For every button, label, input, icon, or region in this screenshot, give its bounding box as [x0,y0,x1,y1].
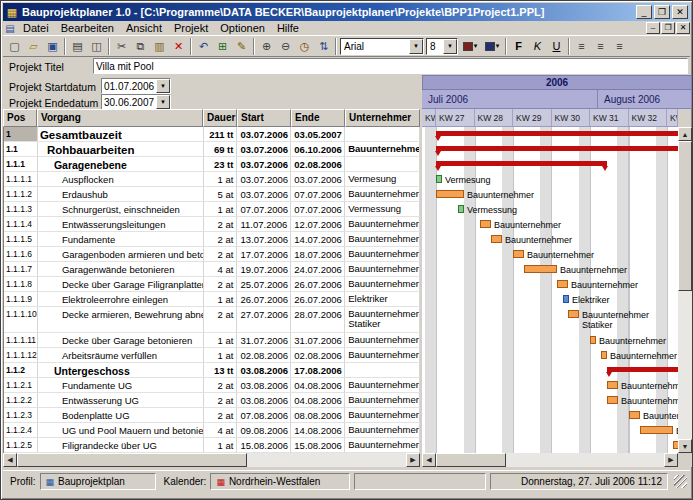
table-row-1.1.1.5[interactable]: 1.1.1.5Fundamente2 at13.07.200614.07.200… [4,232,420,247]
table-row-1.1.1.1[interactable]: 1.1.1.1Auspflocken1 at03.07.200603.07.20… [4,172,420,187]
table-row-1.1.1.2[interactable]: 1.1.1.2Erdaushub5 at03.07.200607.07.2006… [4,187,420,202]
print-preview-button[interactable]: ◫ [87,37,106,56]
mdi-minimize-button[interactable]: – [646,22,660,34]
project-title-input[interactable] [94,61,687,72]
task-bar-1.1.1.11[interactable] [590,336,596,344]
save-button[interactable]: ▣ [43,37,62,56]
table-row-1.1.2.5[interactable]: 1.1.2.5Filigrandecke über UG1 at15.08.20… [4,438,420,453]
undo-button[interactable]: ↶ [194,37,213,56]
task-bar-1.1.1.4[interactable] [480,220,491,228]
table-row-1.1.1.3[interactable]: 1.1.1.3Schnurgerüst, einschneiden1 at07.… [4,202,420,217]
task-bar-1.1.1.12[interactable] [601,351,607,359]
insert-task-button[interactable]: ⊞ [213,37,232,56]
menu-ansicht[interactable]: Ansicht [120,21,168,35]
table-row-1.1.1.4[interactable]: 1.1.1.4Entwässerungsleitungen2 at11.07.2… [4,217,420,232]
scroll-right-button[interactable]: ▶ [406,453,420,467]
chevron-down-icon[interactable]: ▼ [156,95,170,109]
scroll-down-button[interactable]: ▼ [678,439,692,453]
italic-button[interactable]: K [528,37,547,56]
zoom-out-button[interactable]: ⊖ [276,37,295,56]
delete-button[interactable]: ✕ [169,37,188,56]
table-row-1.1.2.1[interactable]: 1.1.2.1Fundamente UG2 at03.08.200604.08.… [4,378,420,393]
table-row-1[interactable]: 1Gesamtbauzeit211 tt03.07.200603.05.2007 [4,127,420,142]
task-bar-1.1.1.5[interactable] [491,235,502,243]
copy-button[interactable]: ⧉ [131,37,150,56]
highlight-color-button[interactable]: ▾ [481,37,503,55]
table-row-1.1[interactable]: 1.1Rohbauarbeiten69 tt03.07.200606.10.20… [4,142,420,157]
table-horizontal-scrollbar[interactable]: ◀ ▶ [3,453,420,467]
table-row-1.1.2[interactable]: 1.1.2Untergeschoss13 tt03.08.200617.08.2… [4,363,420,378]
table-row-1.1.1[interactable]: 1.1.1Garagenebene23 tt03.07.200602.08.20… [4,157,420,172]
table-row-1.1.1.12[interactable]: 1.1.1.12Arbeitsräume verfüllen1 at02.08.… [4,348,420,363]
table-row-1.1.1.6[interactable]: 1.1.1.6Garagenboden armieren und betonie… [4,247,420,262]
task-bar-1.1.1.3[interactable] [458,205,464,213]
chevron-down-icon[interactable]: ▼ [409,39,423,54]
font-family-combo[interactable]: Arial▼ [340,38,424,55]
cut-button[interactable]: ✂ [112,37,131,56]
project-end-input[interactable] [102,97,156,108]
table-scroll-thumb[interactable] [17,453,247,467]
gantt-scroll-thumb[interactable] [436,453,506,467]
align-left-button[interactable]: ≡ [572,37,591,56]
task-bar-1.1.2.4[interactable] [640,426,673,434]
summary-bar-1.1.1[interactable] [436,161,607,166]
chevron-down-icon[interactable]: ▼ [156,79,170,93]
task-bar-1.1.1.6[interactable] [513,250,524,258]
font-size-combo[interactable]: 8▼ [426,38,458,55]
scroll-left-button[interactable]: ◀ [422,453,436,467]
project-start-input[interactable] [102,81,156,92]
table-row-1.1.1.8[interactable]: 1.1.1.8Decke über Garage Filigranplatten… [4,277,420,292]
chevron-down-icon[interactable]: ▼ [443,39,457,54]
menu-hilfe[interactable]: Hilfe [271,21,305,35]
summary-bar-1[interactable] [436,131,678,136]
task-bar-1.1.1.8[interactable] [557,280,568,288]
summary-bar-1.1[interactable] [436,146,678,151]
vertical-scroll-thumb[interactable] [678,141,692,291]
task-bar-1.1.2.1[interactable] [607,381,618,389]
scroll-right-button[interactable]: ▶ [664,453,678,467]
resize-grip[interactable] [674,475,687,488]
task-bar-1.1.1.10[interactable] [568,310,579,318]
open-button[interactable]: ▱ [24,37,43,56]
new-button[interactable]: ▢ [5,37,24,56]
profil-panel[interactable]: ▦ Bauprojektplan [40,473,156,490]
today-button[interactable]: ◷ [295,37,314,56]
task-bar-1.1.1.2[interactable] [436,190,464,198]
table-row-1.1.1.7[interactable]: 1.1.1.7Garagenwände betonieren4 at19.07.… [4,262,420,277]
menu-projekt[interactable]: Projekt [168,21,214,35]
menu-optionen[interactable]: Optionen [214,21,271,35]
mdi-close-button[interactable]: ✕ [676,22,690,34]
scroll-left-button[interactable]: ◀ [3,453,17,467]
summary-bar-1.1.2[interactable] [607,367,678,372]
minimize-button[interactable]: _ [636,5,652,19]
print-button[interactable]: ▤ [68,37,87,56]
task-bar-1.1.1.9[interactable] [563,295,569,303]
task-bar-1.1.2.3[interactable] [629,411,640,419]
task-bar-1.1.2.2[interactable] [607,396,618,404]
table-row-1.1.1.9[interactable]: 1.1.1.9Elektroleerrohre einlegen1 at26.0… [4,292,420,307]
table-row-1.1.1.11[interactable]: 1.1.1.11Decke über Garage betonieren1 at… [4,333,420,348]
font-color-button[interactable]: ▾ [459,37,481,55]
table-row-1.1.2.4[interactable]: 1.1.2.4UG und Pool Mauern und betonieren… [4,423,420,438]
underline-button[interactable]: U [547,37,566,56]
align-center-button[interactable]: ≡ [591,37,610,56]
kalender-panel[interactable]: ▦ Nordrhein-Westfalen [210,473,350,490]
table-row-1.1.2.2[interactable]: 1.1.2.2Entwässerung UG2 at03.08.200604.0… [4,393,420,408]
note-button[interactable]: ✎ [232,37,251,56]
scroll-up-button[interactable]: ▲ [678,127,692,141]
align-right-button[interactable]: ≡ [610,37,629,56]
table-row-1.1.2.3[interactable]: 1.1.2.3Bodenplatte UG2 at07.08.200608.08… [4,408,420,423]
close-button[interactable]: ✕ [672,5,688,19]
sort-button[interactable]: ⇅ [314,37,333,56]
mdi-restore-button[interactable]: ❐ [661,22,675,34]
vertical-scrollbar[interactable]: ▲ ▼ [678,127,692,453]
task-bar-1.1.1.7[interactable] [524,265,557,273]
paste-button[interactable]: ▥ [150,37,169,56]
menu-bearbeiten[interactable]: Bearbeiten [55,21,120,35]
table-row-1.1.1.10[interactable]: 1.1.1.10Decke armieren, Bewehrung abnehm… [4,307,420,333]
menu-datei[interactable]: Datei [17,21,55,35]
maximize-button[interactable]: ❐ [654,5,670,19]
gantt-horizontal-scrollbar[interactable]: ◀ ▶ [422,453,678,467]
bold-button[interactable]: F [509,37,528,56]
zoom-in-button[interactable]: ⊕ [257,37,276,56]
